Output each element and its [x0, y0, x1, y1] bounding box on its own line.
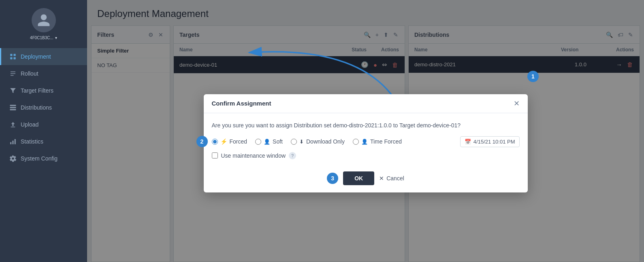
modal-title: Confirm Assignment	[212, 100, 271, 107]
main-content: Deployment Management Filters ⚙ ✕ Simple…	[87, 0, 644, 262]
avatar	[32, 8, 56, 32]
modal-footer: 3 OK ✕ Cancel	[204, 166, 528, 192]
step-badge-3: 3	[327, 173, 338, 184]
maintenance-window-label[interactable]: Use maintenance window	[221, 152, 286, 159]
sidebar: 4F0C1B3C... ▾ Deployment Rollout Target …	[0, 0, 87, 262]
option-soft-radio[interactable]	[255, 139, 261, 145]
user-profile[interactable]: 4F0C1B3C... ▾	[30, 8, 57, 40]
modal-header: Confirm Assignment ✕	[204, 94, 528, 113]
svg-rect-3	[14, 57, 16, 59]
option-forced-radio[interactable]	[212, 139, 218, 145]
filter-icon	[9, 87, 17, 94]
svg-rect-2	[10, 57, 12, 59]
svg-rect-11	[13, 141, 14, 144]
deployment-icon	[9, 53, 17, 60]
option-time-forced[interactable]: 👤 Time Forced	[353, 138, 402, 145]
sidebar-item-statistics[interactable]: Statistics	[0, 133, 87, 150]
svg-rect-12	[15, 139, 16, 144]
svg-rect-10	[10, 142, 11, 144]
system-config-icon	[9, 155, 17, 162]
sidebar-item-distributions[interactable]: Distributions	[0, 99, 87, 116]
confirm-assignment-modal: Confirm Assignment ✕ Are you sure you wa…	[204, 94, 528, 192]
svg-rect-7	[10, 105, 16, 106]
svg-rect-9	[10, 109, 16, 110]
calendar-icon: 📅	[465, 139, 471, 145]
user-avatar-icon	[36, 13, 51, 27]
ok-button[interactable]: OK	[343, 171, 374, 185]
modal-body: Are you sure you want to assign Distribu…	[204, 113, 528, 166]
date-field[interactable]: 📅 4/15/21 10:01 PM	[460, 136, 520, 147]
user-name: 4F0C1B3C... ▾	[30, 36, 57, 40]
svg-rect-0	[10, 54, 12, 56]
option-time-forced-radio[interactable]	[353, 139, 359, 145]
option-soft[interactable]: 👤 Soft	[255, 138, 283, 145]
modal-close-button[interactable]: ✕	[514, 100, 520, 107]
cancel-button[interactable]: ✕ Cancel	[379, 175, 404, 182]
option-forced[interactable]: ⚡ Forced	[212, 138, 247, 145]
svg-rect-1	[14, 54, 16, 56]
modal-body-text: Are you sure you want to assign Distribu…	[212, 121, 520, 130]
step-badge-2-wrapper: 2	[196, 136, 208, 147]
option-download-only[interactable]: ⬇ Download Only	[291, 138, 345, 145]
statistics-icon	[9, 138, 17, 145]
step-badge-2: 2	[196, 136, 208, 147]
svg-rect-8	[10, 107, 16, 108]
help-icon[interactable]: ?	[289, 152, 296, 159]
maintenance-window-checkbox[interactable]	[212, 152, 218, 158]
distributions-icon	[9, 104, 17, 111]
sidebar-item-rollout[interactable]: Rollout	[0, 65, 87, 82]
sidebar-item-deployment[interactable]: Deployment	[0, 48, 87, 65]
upload-icon	[9, 121, 17, 128]
sidebar-item-target-filters[interactable]: Target Filters	[0, 82, 87, 99]
sidebar-item-upload[interactable]: Upload	[0, 116, 87, 133]
maintenance-window-row: Use maintenance window ?	[212, 152, 520, 159]
option-download-only-radio[interactable]	[291, 139, 297, 145]
assignment-options-row: 2 ⚡ Forced 👤 Soft ⬇	[212, 136, 520, 147]
sidebar-item-system-config[interactable]: System Config	[0, 150, 87, 167]
rollout-icon	[9, 70, 17, 77]
